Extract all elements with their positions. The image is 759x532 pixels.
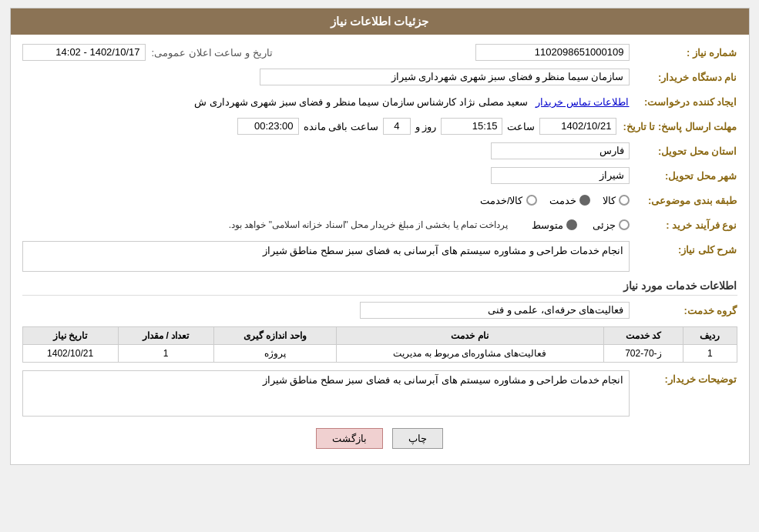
- cell-row-num: 1: [683, 345, 737, 363]
- table-header-row: ردیف کد خدمت نام خدمت واحد اندازه گیری ت…: [22, 327, 737, 345]
- header-title: جزئیات اطلاعات نیاز: [331, 15, 428, 28]
- service-group-value: فعالیت‌های حرفه‌ای، علمی و فنی: [360, 302, 630, 319]
- process-label-jozii: جزئی: [593, 219, 616, 231]
- deadline-row: مهلت ارسال پاسخ: تا تاریخ: 1402/10/21 سا…: [22, 116, 737, 136]
- deadline-days-value: 4: [383, 118, 411, 135]
- announce-datetime-value: 1402/10/17 - 14:02: [22, 44, 146, 61]
- category-option-khedmat[interactable]: خدمت: [549, 195, 590, 206]
- col-header-date: تاریخ نیاز: [22, 327, 118, 345]
- deadline-remaining-label: ساعت باقی مانده: [304, 121, 378, 132]
- buyer-notes-label: توضیحات خریدار:: [630, 370, 737, 385]
- buyer-org-row: نام دستگاه خریدار: سازمان سیما منظر و فض…: [22, 67, 737, 87]
- process-label-motavasset: متوسط: [532, 219, 563, 231]
- province-row: استان محل تحویل: فارس: [22, 141, 737, 161]
- deadline-days-label: روز و: [415, 121, 437, 132]
- need-number-label: شماره نیاز :: [630, 47, 737, 59]
- requester-label: ایجاد کننده درخواست:: [630, 96, 737, 108]
- services-table: ردیف کد خدمت نام خدمت واحد اندازه گیری ت…: [22, 326, 737, 363]
- main-container: جزئیات اطلاعات نیاز شماره نیاز : 1102098…: [10, 8, 750, 465]
- province-value: فارس: [491, 142, 630, 159]
- process-type-label: نوع فرآیند خرید :: [630, 219, 737, 231]
- need-number-row: شماره نیاز : 1102098651000109 تاریخ و سا…: [22, 42, 737, 62]
- deadline-date-value: 1402/10/21: [539, 118, 616, 135]
- province-label: استان محل تحویل:: [630, 146, 737, 157]
- buyer-org-value: سازمان سیما منظر و فضای سبز شهری شهرداری…: [260, 69, 630, 85]
- process-type-row: نوع فرآیند خرید : جزئی متوسط پرداخت تمام…: [22, 215, 737, 235]
- category-label-kala: کالا: [603, 195, 616, 206]
- process-option-jozii[interactable]: جزئی: [593, 219, 630, 231]
- cell-unit: پروژه: [213, 345, 336, 363]
- services-table-section: ردیف کد خدمت نام خدمت واحد اندازه گیری ت…: [22, 326, 737, 363]
- table-row: 1 ز-70-702 فعالیت‌های مشاوره‌ای مربوط به…: [22, 345, 737, 363]
- process-option-motavasset[interactable]: متوسط: [532, 219, 577, 231]
- deadline-time-label: ساعت: [507, 121, 535, 132]
- service-group-label: گروه خدمت:: [630, 305, 737, 316]
- process-type-group: جزئی متوسط پرداخت تمام یا بخشی از مبلغ خ…: [229, 219, 630, 231]
- category-label-kala-khedmat: کالا/خدمت: [480, 195, 523, 206]
- col-header-unit: واحد اندازه گیری: [213, 327, 336, 345]
- city-row: شهر محل تحویل: شیراز: [22, 166, 737, 186]
- category-radio-khedmat[interactable]: [579, 195, 590, 206]
- city-value: شیراز: [491, 167, 630, 184]
- city-label: شهر محل تحویل:: [630, 170, 737, 182]
- category-label-khedmat: خدمت: [549, 195, 576, 206]
- category-option-kala-khedmat[interactable]: کالا/خدمت: [480, 195, 537, 206]
- description-label: شرح کلی نیاز:: [630, 241, 737, 256]
- cell-quantity: 1: [118, 345, 213, 363]
- col-header-service-name: نام خدمت: [336, 327, 603, 345]
- requester-link[interactable]: اطلاعات تماس خریدار: [536, 96, 629, 108]
- buyer-org-label: نام دستگاه خریدار:: [630, 72, 737, 83]
- process-radio-jozii[interactable]: [619, 219, 630, 230]
- description-row: شرح کلی نیاز:: [22, 241, 737, 272]
- requester-value: سعید مصلی نژاد کارشناس سازمان سیما منظر …: [194, 96, 528, 108]
- buyer-notes-row: توضیحات خریدار:: [22, 370, 737, 417]
- page-header: جزئیات اطلاعات نیاز: [11, 8, 749, 35]
- service-group-row: گروه خدمت: فعالیت‌های حرفه‌ای، علمی و فن…: [22, 300, 737, 320]
- col-header-quantity: تعداد / مقدار: [118, 327, 213, 345]
- buyer-notes-textarea[interactable]: [22, 370, 630, 417]
- category-row: طبقه بندی موضوعی: کالا خدمت کالا/خدمت: [22, 190, 737, 210]
- requester-row: ایجاد کننده درخواست: اطلاعات تماس خریدار…: [22, 92, 737, 112]
- services-section-title: اطلاعات خدمات مورد نیاز: [22, 279, 737, 296]
- col-header-service-code: کد خدمت: [603, 327, 683, 345]
- print-button[interactable]: چاپ: [392, 428, 443, 449]
- deadline-time-value: 15:15: [441, 118, 502, 135]
- deadline-remaining-value: 00:23:00: [237, 118, 299, 135]
- announce-datetime-label: تاریخ و ساعت اعلان عمومی:: [152, 47, 273, 59]
- deadline-label: مهلت ارسال پاسخ: تا تاریخ:: [616, 121, 737, 132]
- cell-date: 1402/10/21: [22, 345, 118, 363]
- category-radio-kala[interactable]: [619, 195, 630, 206]
- process-radio-motavasset[interactable]: [566, 219, 577, 230]
- description-textarea[interactable]: [22, 241, 630, 272]
- category-radio-kala-khedmat[interactable]: [526, 195, 537, 206]
- col-header-row-num: ردیف: [683, 327, 737, 345]
- cell-service-name: فعالیت‌های مشاوره‌ای مربوط به مدیریت: [336, 345, 603, 363]
- cell-service-code: ز-70-702: [603, 345, 683, 363]
- category-radio-group: کالا خدمت کالا/خدمت: [480, 195, 630, 206]
- process-note: پرداخت تمام یا بخشی از مبلغ خریدار محل "…: [229, 219, 509, 230]
- category-option-kala[interactable]: کالا: [603, 195, 630, 206]
- buttons-row: چاپ بازگشت: [22, 428, 737, 449]
- category-label: طبقه بندی موضوعی:: [630, 195, 737, 206]
- need-number-value: 1102098651000109: [475, 44, 630, 61]
- back-button[interactable]: بازگشت: [316, 428, 383, 449]
- content-area: شماره نیاز : 1102098651000109 تاریخ و سا…: [11, 35, 749, 464]
